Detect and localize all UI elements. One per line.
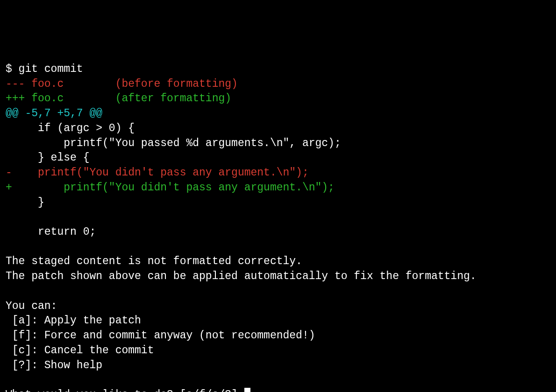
diff-hunk-header: @@ -5,7 +5,7 @@ [6,107,102,119]
diff-added-line: + printf("You didn't pass any argument.\… [6,182,335,194]
option-force: [f]: Force and commit anyway (not recomm… [6,329,315,342]
options-header: You can: [6,300,57,312]
command-text: git commit [19,63,83,75]
message-line: The patch shown above can be applied aut… [6,270,477,282]
diff-context-line: } [6,196,44,209]
option-cancel: [c]: Cancel the commit [6,344,154,357]
shell-prompt: $ [6,63,19,75]
diff-context-line: } else { [6,152,89,164]
diff-context-line: printf("You passed %d arguments.\n", arg… [6,137,341,149]
option-apply: [a]: Apply the patch [6,315,141,327]
diff-removed-line: - printf("You didn't pass any argument.\… [6,167,309,179]
diff-context-line: return 0; [6,226,96,238]
terminal-output: $ git commit --- foo.c (before formattin… [6,62,550,392]
diff-plus-header: +++ foo.c (after formatting) [6,92,231,105]
message-line: The staged content is not formatted corr… [6,255,302,267]
diff-minus-header: --- foo.c (before formatting) [6,78,238,90]
prompt-question[interactable]: What would you like to do? [a/f/c/?] [6,389,244,392]
cursor-icon[interactable] [244,388,250,392]
diff-context-line: if (argc > 0) { [6,122,135,134]
option-help: [?]: Show help [6,359,102,371]
